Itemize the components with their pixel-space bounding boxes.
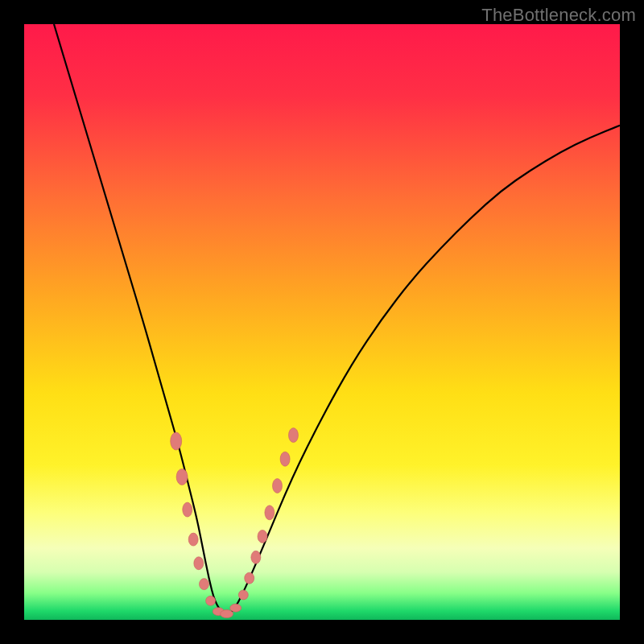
bottleneck-chart (24, 24, 620, 620)
marker-dot (258, 530, 267, 543)
chart-frame: TheBottleneck.com (0, 0, 644, 644)
marker-dot (273, 479, 283, 493)
plot-area (24, 24, 620, 620)
marker-dot (183, 502, 192, 517)
marker-dot (221, 610, 233, 618)
marker-dot (251, 551, 261, 564)
watermark-text: TheBottleneck.com (481, 5, 636, 26)
marker-dot (194, 557, 204, 570)
marker-dot (188, 533, 198, 546)
marker-dot (288, 428, 298, 443)
marker-dot (176, 469, 188, 485)
marker-dot (265, 506, 275, 520)
marker-dot (280, 452, 290, 466)
marker-dot (230, 604, 242, 612)
marker-dot (206, 596, 216, 605)
marker-dot (171, 432, 182, 450)
marker-dot (199, 579, 208, 590)
marker-dot (245, 572, 254, 584)
gradient-background (24, 24, 620, 620)
marker-dot (238, 590, 248, 600)
